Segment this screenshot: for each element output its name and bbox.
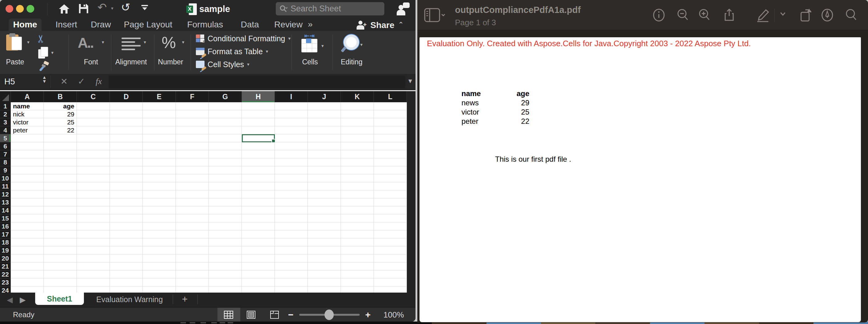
cell-G18[interactable] — [209, 239, 242, 246]
cell-A9[interactable] — [11, 166, 44, 174]
cell-B2[interactable]: 29 — [44, 110, 77, 118]
cell-I15[interactable] — [275, 214, 308, 222]
cell-J7[interactable] — [308, 150, 341, 158]
cell-G4[interactable] — [209, 126, 242, 134]
name-box[interactable]: H5 — [4, 77, 15, 86]
conditional-formatting-button[interactable]: ≠Conditional Formatting▾ — [196, 33, 290, 44]
highlight-pen-icon[interactable] — [820, 8, 834, 22]
cell-A15[interactable] — [11, 214, 44, 222]
cell-I8[interactable] — [275, 158, 308, 166]
cell-H16[interactable] — [242, 222, 275, 230]
cell-H9[interactable] — [242, 166, 275, 174]
cell-H24[interactable] — [242, 286, 275, 293]
cell-E13[interactable] — [143, 199, 176, 206]
number-format-icon[interactable]: % — [162, 33, 176, 52]
ribbon-tab-data[interactable]: Data — [238, 19, 262, 31]
row-header-11[interactable]: 11 — [0, 182, 11, 190]
cell-C9[interactable] — [77, 166, 110, 174]
cell-J22[interactable] — [308, 271, 341, 279]
cell-I17[interactable] — [275, 230, 308, 239]
cell-B19[interactable] — [44, 246, 77, 254]
column-header-C[interactable]: C — [77, 91, 110, 102]
cell-L7[interactable] — [374, 150, 407, 158]
zoom-slider-thumb[interactable] — [324, 310, 334, 320]
cell-E18[interactable] — [143, 239, 176, 246]
cell-J1[interactable] — [308, 102, 341, 110]
column-header-I[interactable]: I — [275, 91, 308, 102]
redo-icon[interactable]: ↺ — [121, 1, 130, 13]
cell-G3[interactable] — [209, 118, 242, 126]
cell-C11[interactable] — [77, 182, 110, 190]
cell-E22[interactable] — [143, 271, 176, 279]
cell-F2[interactable] — [176, 110, 209, 118]
cell-B9[interactable] — [44, 166, 77, 174]
cell-K19[interactable] — [341, 246, 374, 254]
cell-L3[interactable] — [374, 118, 407, 126]
column-header-K[interactable]: K — [341, 91, 374, 102]
cell-K7[interactable] — [341, 150, 374, 158]
row-header-12[interactable]: 12 — [0, 190, 11, 199]
cut-icon[interactable]: ✂ — [35, 35, 47, 43]
prev-sheet-icon[interactable]: ◀ — [7, 295, 13, 304]
cell-F19[interactable] — [176, 246, 209, 254]
cell-F16[interactable] — [176, 222, 209, 230]
cell-C2[interactable] — [77, 110, 110, 118]
cell-J20[interactable] — [308, 254, 341, 262]
cell-B21[interactable] — [44, 262, 77, 271]
cell-H7[interactable] — [242, 150, 275, 158]
cell-A6[interactable] — [11, 142, 44, 150]
alignment-icon[interactable] — [122, 38, 141, 52]
cell-L19[interactable] — [374, 246, 407, 254]
cell-A20[interactable] — [11, 254, 44, 262]
cell-L11[interactable] — [374, 182, 407, 190]
cell-K17[interactable] — [341, 230, 374, 239]
cell-B17[interactable] — [44, 230, 77, 239]
cell-L4[interactable] — [374, 126, 407, 134]
cell-J17[interactable] — [308, 230, 341, 239]
cell-E1[interactable] — [143, 102, 176, 110]
cell-F13[interactable] — [176, 199, 209, 206]
sheet-tab-evaluation-warning[interactable]: Evaluation Warning — [93, 293, 166, 306]
cell-F5[interactable] — [176, 134, 209, 142]
cell-E11[interactable] — [143, 182, 176, 190]
cell-B14[interactable] — [44, 206, 77, 214]
cell-H2[interactable] — [242, 110, 275, 118]
cell-G21[interactable] — [209, 262, 242, 271]
cell-E5[interactable] — [143, 134, 176, 142]
font-icon[interactable]: A.. — [78, 35, 93, 51]
cell-I23[interactable] — [275, 279, 308, 286]
cell-J5[interactable] — [308, 134, 341, 142]
cell-C12[interactable] — [77, 190, 110, 199]
cell-K8[interactable] — [341, 158, 374, 166]
number-dropdown-icon[interactable]: ▾ — [182, 39, 184, 45]
cell-B8[interactable] — [44, 158, 77, 166]
cell-F24[interactable] — [176, 286, 209, 293]
cell-H10[interactable] — [242, 174, 275, 182]
cell-L13[interactable] — [374, 199, 407, 206]
cell-D16[interactable] — [110, 222, 143, 230]
cell-A13[interactable] — [11, 199, 44, 206]
cell-G10[interactable] — [209, 174, 242, 182]
cell-F6[interactable] — [176, 142, 209, 150]
fill-handle[interactable] — [272, 139, 275, 143]
customize-toolbar-icon[interactable] — [141, 5, 148, 10]
row-header-19[interactable]: 19 — [0, 246, 11, 254]
alignment-dropdown-icon[interactable]: ▾ — [144, 39, 146, 45]
cell-E12[interactable] — [143, 190, 176, 199]
share-icon[interactable] — [722, 8, 736, 22]
row-header-6[interactable]: 6 — [0, 142, 11, 150]
cell-B13[interactable] — [44, 199, 77, 206]
cell-K13[interactable] — [341, 199, 374, 206]
cell-I2[interactable] — [275, 110, 308, 118]
cell-B6[interactable] — [44, 142, 77, 150]
cell-G11[interactable] — [209, 182, 242, 190]
cell-G17[interactable] — [209, 230, 242, 239]
cell-J16[interactable] — [308, 222, 341, 230]
cell-C5[interactable] — [77, 134, 110, 142]
cell-J18[interactable] — [308, 239, 341, 246]
row-header-16[interactable]: 16 — [0, 222, 11, 230]
cell-D2[interactable] — [110, 110, 143, 118]
cell-I9[interactable] — [275, 166, 308, 174]
cell-E10[interactable] — [143, 174, 176, 182]
cell-K14[interactable] — [341, 206, 374, 214]
